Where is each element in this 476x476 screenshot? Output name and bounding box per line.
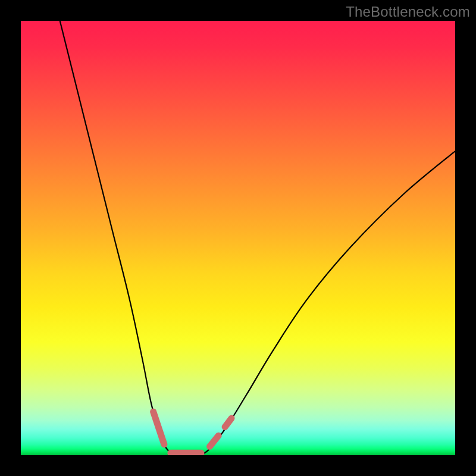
plot-area [21,21,455,455]
chart-svg [21,21,455,455]
left-descent-marker [154,412,164,444]
chart-frame: TheBottleneck.com [0,0,476,476]
marker-group [154,412,231,453]
bottleneck-curve [60,21,455,455]
right-ascent-marker-1 [210,436,219,446]
watermark-text: TheBottleneck.com [346,4,470,20]
right-ascent-marker-2 [225,418,231,427]
